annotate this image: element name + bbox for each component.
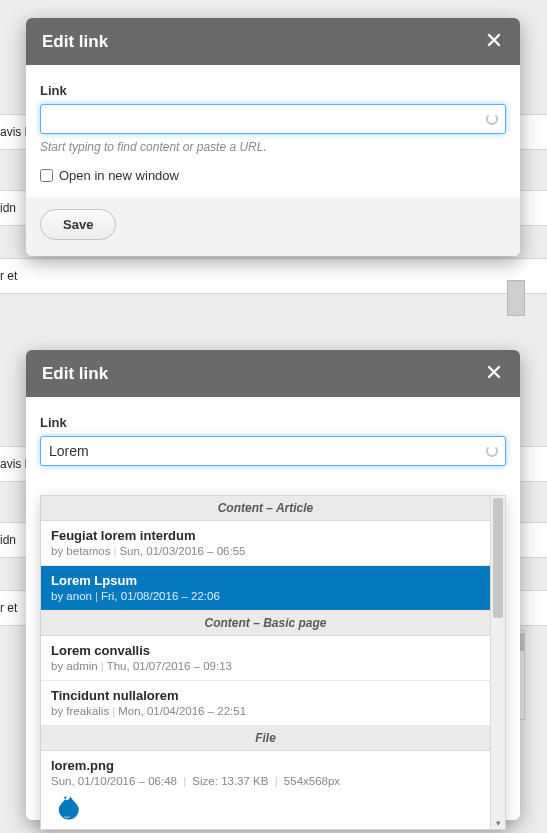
open-new-window-checkbox[interactable] <box>40 169 53 182</box>
loading-spinner-icon <box>486 445 498 457</box>
dropdown-scrollbar[interactable]: ▾ <box>490 496 505 829</box>
background-scrollbar[interactable] <box>507 280 525 316</box>
link-input[interactable] <box>40 436 506 466</box>
drupal-icon <box>53 795 81 823</box>
edit-link-dialog: Edit link Link Content – ArticleFeugiat … <box>26 350 520 820</box>
dialog-footer: Save <box>26 197 520 256</box>
dialog-title: Edit link <box>42 364 108 384</box>
close-icon <box>487 363 501 383</box>
dropdown-item-title: Feugiat lorem interdum <box>51 528 480 543</box>
link-input[interactable] <box>40 104 506 134</box>
dropdown-group-header: File <box>41 726 490 751</box>
dropdown-item-title: lorem.png <box>51 758 480 773</box>
edit-link-dialog: Edit link Link Start typing to find cont… <box>26 18 520 256</box>
open-new-window-label: Open in new window <box>59 168 179 183</box>
dialog-title: Edit link <box>42 32 108 52</box>
dropdown-item[interactable]: Feugiat lorem interdumby betamos|Sun, 01… <box>41 521 490 566</box>
dropdown-item-meta: by betamos|Sun, 01/03/2016 – 06:55 <box>51 545 480 557</box>
dropdown-item-meta: by anon|Fri, 01/08/2016 – 22:06 <box>51 590 480 602</box>
dropdown-item-meta: Sun, 01/10/2016 – 06:48 | Size: 13.37 KB… <box>51 775 480 787</box>
dropdown-item[interactable]: Lorem convallisby admin|Thu, 01/07/2016 … <box>41 636 490 681</box>
bg-row: r et <box>0 258 547 294</box>
dialog-body: Link Content – ArticleFeugiat lorem inte… <box>26 397 520 480</box>
dialog-header: Edit link <box>26 350 520 397</box>
chevron-down-icon: ▾ <box>491 818 505 828</box>
dropdown-item[interactable]: Tincidunt nullaloremby freakalis|Mon, 01… <box>41 681 490 726</box>
dropdown-item-title: Tincidunt nullalorem <box>51 688 480 703</box>
dropdown-item-file[interactable]: lorem.pngSun, 01/10/2016 – 06:48 | Size:… <box>41 751 490 829</box>
autocomplete-dropdown: Content – ArticleFeugiat lorem interdumb… <box>40 495 506 830</box>
link-hint-text: Start typing to find content or paste a … <box>40 140 506 154</box>
dropdown-item-meta: by freakalis|Mon, 01/04/2016 – 22:51 <box>51 705 480 717</box>
dropdown-item-meta: by admin|Thu, 01/07/2016 – 09:13 <box>51 660 480 672</box>
dialog-body: Link Start typing to find content or pas… <box>26 65 520 197</box>
close-button[interactable] <box>484 31 504 52</box>
dropdown-item[interactable]: Lorem Lpsumby anon|Fri, 01/08/2016 – 22:… <box>41 566 490 611</box>
link-field-label: Link <box>40 415 506 430</box>
save-button[interactable]: Save <box>40 209 116 240</box>
link-field-label: Link <box>40 83 506 98</box>
loading-spinner-icon <box>486 113 498 125</box>
file-thumbnail <box>51 793 83 825</box>
scrollbar-thumb[interactable] <box>493 498 503 618</box>
dropdown-item-title: Lorem Lpsum <box>51 573 480 588</box>
dropdown-group-header: Content – Basic page <box>41 611 490 636</box>
close-icon <box>487 31 501 51</box>
dropdown-group-header: Content – Article <box>41 496 490 521</box>
dialog-header: Edit link <box>26 18 520 65</box>
close-button[interactable] <box>484 363 504 384</box>
dropdown-item-title: Lorem convallis <box>51 643 480 658</box>
